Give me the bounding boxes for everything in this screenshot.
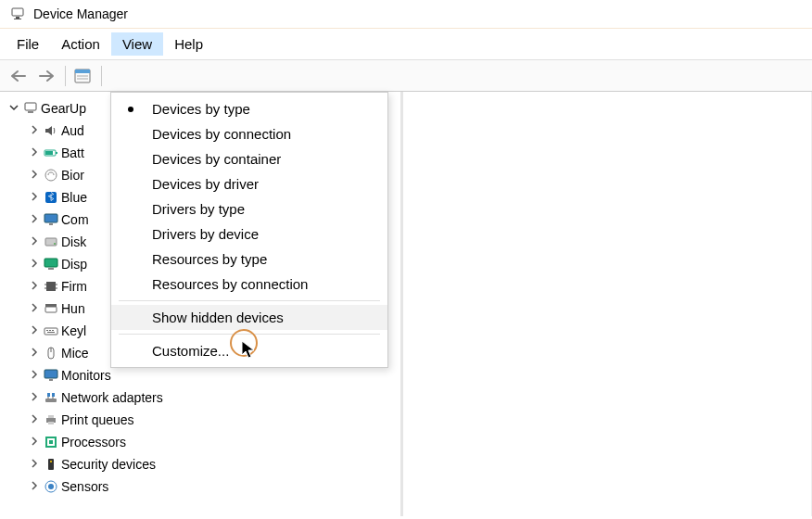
printer-icon (41, 412, 61, 427)
svg-point-48 (48, 484, 54, 489)
menu-drivers-by-device[interactable]: Drivers by device (111, 222, 387, 247)
menu-resources-by-type[interactable]: Resources by type (111, 247, 387, 272)
menu-help[interactable]: Help (163, 32, 214, 56)
svg-rect-31 (47, 332, 55, 333)
chevron-right-icon[interactable] (28, 125, 41, 136)
svg-rect-4 (75, 70, 90, 73)
chevron-right-icon[interactable] (28, 147, 41, 158)
svg-rect-10 (56, 152, 57, 154)
chevron-right-icon[interactable] (28, 236, 41, 247)
menu-devices-by-container[interactable]: Devices by container (111, 146, 387, 171)
menu-item-label: Customize... (152, 343, 229, 359)
menu-devices-by-connection[interactable]: Devices by connection (111, 121, 387, 146)
svg-rect-38 (52, 393, 55, 397)
tree-item-label: Bior (61, 168, 84, 183)
svg-point-47 (50, 461, 52, 462)
keyboard-icon (41, 323, 61, 338)
tree-item[interactable]: Sensors (7, 475, 804, 498)
fingerprint-icon (41, 168, 61, 183)
monitor-icon (41, 368, 61, 383)
chevron-right-icon[interactable] (28, 414, 41, 425)
tree-item[interactable]: Print queues (7, 409, 804, 431)
speaker-icon (41, 123, 61, 138)
svg-rect-1 (16, 17, 19, 19)
svg-rect-25 (45, 307, 57, 312)
cpu-icon (41, 435, 61, 449)
chevron-right-icon[interactable] (28, 325, 41, 336)
mouse-icon (41, 346, 61, 361)
bluetooth-icon (41, 190, 61, 205)
monitor-icon (41, 212, 61, 227)
svg-point-12 (45, 170, 57, 181)
menu-show-hidden-devices[interactable]: Show hidden devices (111, 305, 387, 330)
menu-item-label: Devices by driver (152, 176, 259, 192)
svg-rect-8 (28, 111, 33, 113)
computer-icon (20, 101, 41, 116)
svg-rect-43 (48, 422, 54, 424)
menu-devices-by-type[interactable]: Devices by type (111, 96, 387, 121)
properties-button[interactable] (70, 64, 95, 88)
menu-item-label: Devices by type (152, 101, 250, 117)
svg-rect-18 (44, 259, 57, 267)
hid-icon (41, 301, 61, 316)
window-title: Device Manager (33, 6, 128, 21)
menu-drivers-by-type[interactable]: Drivers by type (111, 196, 387, 222)
menu-action[interactable]: Action (50, 32, 111, 56)
svg-point-17 (54, 243, 56, 245)
menubar: File Action View Help (0, 29, 812, 60)
svg-rect-2 (14, 19, 21, 19)
chevron-right-icon[interactable] (28, 348, 41, 359)
content-area: GearUp AudBattBiorBlueComDiskDispFirmHun… (0, 92, 812, 516)
tree-item-label: Batt (61, 146, 84, 160)
chevron-right-icon[interactable] (28, 281, 41, 292)
menu-view[interactable]: View (111, 32, 163, 56)
chevron-right-icon[interactable] (28, 392, 41, 403)
chevron-right-icon[interactable] (28, 170, 41, 181)
tree-item-label: Disp (61, 257, 87, 272)
chevron-right-icon[interactable] (28, 214, 41, 225)
tree-item-label: Network adapters (61, 390, 163, 405)
menu-resources-by-connection[interactable]: Resources by connection (111, 272, 387, 297)
chevron-right-icon[interactable] (28, 192, 41, 203)
svg-rect-45 (49, 440, 53, 444)
svg-rect-35 (49, 379, 53, 381)
tree-item-label: Blue (61, 190, 87, 205)
menu-item-label: Resources by type (152, 251, 267, 267)
menu-item-label: Devices by container (152, 151, 281, 167)
disk-icon (41, 234, 61, 249)
chevron-right-icon[interactable] (28, 303, 41, 314)
column-separator[interactable] (400, 92, 403, 516)
chevron-right-icon[interactable] (28, 459, 41, 470)
tree-item[interactable]: Processors (7, 431, 804, 453)
tree-item-label: Processors (61, 435, 126, 449)
tree-item-label: Com (61, 212, 89, 227)
battery-icon (41, 146, 61, 160)
app-icon (9, 6, 26, 22)
bullet-icon (128, 107, 133, 112)
menu-customize[interactable]: Customize... (111, 338, 387, 363)
menu-item-label: Resources by connection (152, 276, 308, 292)
display-icon (41, 257, 61, 272)
tree-item-label: Aud (61, 123, 84, 138)
menu-devices-by-driver[interactable]: Devices by driver (111, 171, 387, 196)
tree-item-label: Monitors (61, 368, 111, 383)
chevron-right-icon[interactable] (28, 437, 41, 448)
tree-item[interactable]: Network adapters (7, 386, 804, 409)
back-button[interactable] (6, 64, 32, 88)
svg-rect-30 (52, 330, 54, 331)
security-icon (41, 457, 61, 472)
chevron-down-icon[interactable] (7, 103, 20, 114)
view-menu-dropdown: Devices by type Devices by connection De… (110, 92, 388, 368)
forward-button[interactable] (33, 64, 59, 88)
tree-item[interactable]: Security devices (7, 453, 804, 475)
menu-file[interactable]: File (6, 32, 50, 56)
chevron-right-icon[interactable] (28, 259, 41, 270)
svg-rect-28 (46, 330, 48, 331)
menu-item-label: Drivers by type (152, 201, 245, 217)
tree-item-label: Print queues (61, 412, 134, 427)
svg-rect-37 (47, 393, 50, 397)
chevron-right-icon[interactable] (28, 481, 41, 492)
toolbar-separator (65, 66, 66, 86)
menu-separator (119, 300, 380, 301)
chevron-right-icon[interactable] (28, 370, 41, 381)
